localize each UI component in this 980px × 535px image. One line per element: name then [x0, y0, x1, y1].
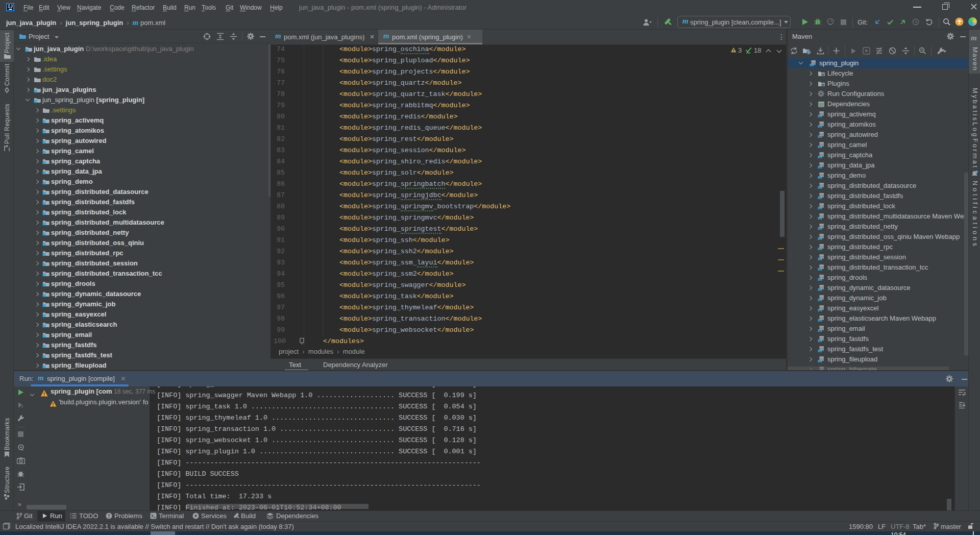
svg-text:m: m: [818, 214, 822, 220]
svg-text:m: m: [818, 265, 822, 271]
svg-text:m: m: [818, 317, 822, 322]
svg-text:m: m: [818, 174, 822, 179]
svg-text:m: m: [810, 61, 814, 67]
svg-text:m: m: [818, 347, 822, 353]
svg-text:m: m: [818, 184, 822, 189]
svg-text:m: m: [818, 337, 822, 343]
svg-text:m: m: [818, 276, 822, 281]
svg-text:m: m: [818, 296, 822, 302]
svg-text:m: m: [818, 327, 822, 332]
svg-text:m: m: [818, 133, 822, 138]
svg-text:m: m: [818, 235, 822, 240]
svg-text:m: m: [818, 357, 822, 363]
svg-text:m: m: [818, 225, 822, 230]
svg-text:m: m: [818, 255, 822, 261]
svg-text:m: m: [818, 286, 822, 291]
svg-text:m: m: [818, 143, 822, 149]
svg-text:m: m: [818, 245, 822, 251]
svg-text:m: m: [818, 204, 822, 210]
svg-text:m: m: [818, 194, 822, 200]
svg-text:m: m: [818, 306, 822, 312]
svg-text:m: m: [818, 112, 822, 118]
svg-text:m: m: [818, 123, 822, 128]
svg-text:9: 9: [21, 404, 23, 408]
svg-text:m: m: [818, 163, 822, 169]
svg-text:m: m: [818, 153, 822, 159]
